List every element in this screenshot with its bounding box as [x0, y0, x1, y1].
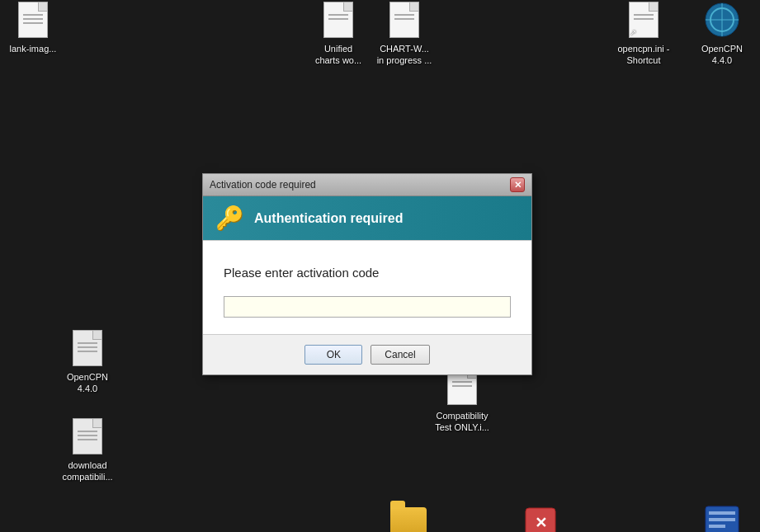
opencpn-label: OpenCPN 4.4.0 [701, 43, 743, 67]
ok-button[interactable]: OK [304, 345, 362, 365]
desktop-icon-buoyage[interactable]: Compatibility Test ONLY.i... [429, 367, 495, 434]
compat-icon-label: OpenCPN 4.4.0 [67, 371, 108, 395]
desktop-icon-opencpn[interactable]: OpenCPN 4.4.0 [689, 0, 755, 67]
svg-rect-8 [709, 518, 735, 521]
folder1-icon [389, 503, 428, 532]
item3-icon [702, 503, 742, 532]
blank-icon-label: lank-imag... [10, 43, 57, 54]
dialog-close-button[interactable]: ✕ [510, 177, 525, 192]
activation-dialog: Activation code required ✕ 🔑 Authenticat… [202, 173, 532, 375]
opencpn-ini-label: opencpn.ini - Shortcut [618, 43, 670, 67]
desktop-icon-unified[interactable]: Unified charts wo... [305, 0, 371, 67]
download-label: download compatibili... [62, 459, 112, 483]
buoyage-label: Compatibility Test ONLY.i... [429, 410, 495, 434]
desktop-icon-blank[interactable]: lank-imag... [0, 0, 66, 54]
auth-header: 🔑 Authentication required [203, 196, 531, 240]
auth-title: Authentication required [254, 211, 403, 226]
compat-icon [68, 328, 107, 368]
unified-icon [319, 0, 358, 40]
desktop-icon-compat[interactable]: OpenCPN 4.4.0 [54, 328, 120, 395]
svg-rect-9 [709, 525, 725, 528]
item2-icon: ✕ [521, 503, 560, 532]
dialog-body: Please enter activation code [203, 240, 531, 335]
cancel-button[interactable]: Cancel [371, 345, 429, 365]
dialog-message: Please enter activation code [224, 266, 511, 280]
unified-icon-label: Unified charts wo... [315, 43, 361, 67]
dialog-titlebar: Activation code required ✕ [203, 174, 531, 196]
dialog-footer: OK Cancel [203, 335, 531, 374]
svg-text:✕: ✕ [535, 515, 547, 531]
chart-w-icon-label: CHART-W... in progress ... [377, 43, 432, 67]
activation-code-input[interactable] [224, 296, 511, 318]
desktop-icon-item3[interactable] [689, 503, 755, 532]
desktop-icon-chart-w[interactable]: CHART-W... in progress ... [371, 0, 437, 67]
chart-w-icon [385, 0, 424, 40]
svg-rect-7 [709, 511, 735, 515]
opencpn-icon [702, 0, 742, 40]
desktop-icon-download[interactable]: download compatibili... [54, 417, 120, 483]
desktop-icon-folder1[interactable] [375, 503, 441, 532]
dialog-title: Activation code required [210, 179, 316, 191]
desktop-icon-item2[interactable]: ✕ [507, 503, 574, 532]
key-icon: 🔑 [215, 205, 244, 232]
blank-icon [13, 0, 53, 40]
opencpn-ini-icon: ↗ [624, 0, 663, 40]
desktop-icon-opencpn-ini[interactable]: ↗ opencpn.ini - Shortcut [611, 0, 677, 67]
download-icon [68, 417, 107, 456]
